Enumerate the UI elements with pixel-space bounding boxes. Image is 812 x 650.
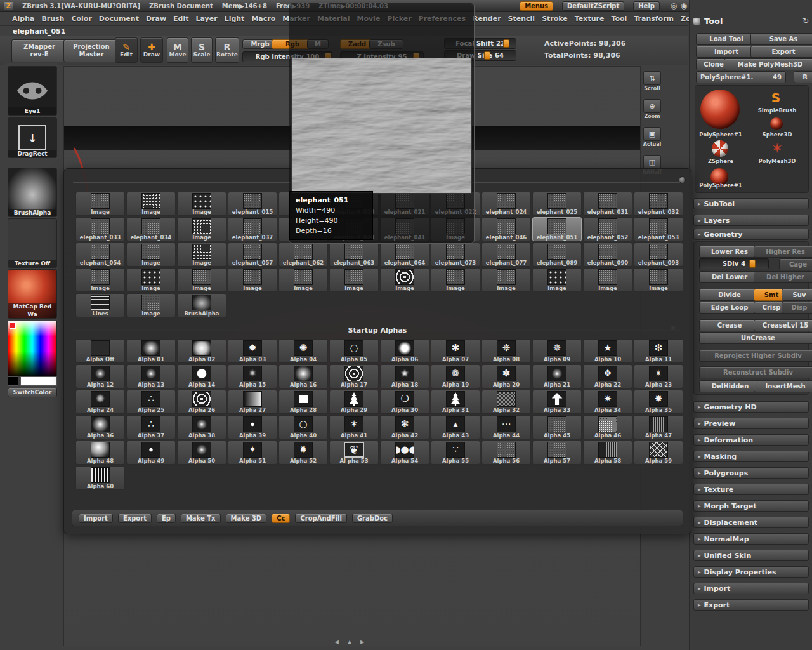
- alpha-item[interactable]: ✺ Alpha 04: [278, 339, 328, 363]
- edit-button[interactable]: ✎ Edit: [115, 37, 138, 63]
- disp-button[interactable]: Disp: [782, 302, 812, 314]
- alpha-item[interactable]: ∴ Alpha 25: [126, 390, 176, 414]
- alpha-item[interactable]: ✵ Alpha 09: [532, 339, 582, 363]
- alpha-item[interactable]: ✱ Alpha 07: [431, 339, 480, 363]
- menu-item[interactable]: Stroke: [540, 13, 570, 24]
- secondary-color-swatch[interactable]: [8, 376, 18, 386]
- subpalette-header[interactable]: Masking: [693, 451, 809, 462]
- subpalette-header[interactable]: Import: [693, 583, 809, 594]
- alpha-item[interactable]: Alpha 21: [532, 364, 582, 388]
- alpha-item[interactable]: Image: [380, 268, 429, 292]
- zmapper-button[interactable]: ZMapperrev-E: [11, 39, 67, 62]
- primary-color-swatch[interactable]: [20, 376, 57, 386]
- alpha-item[interactable]: Alpha 17: [329, 364, 379, 388]
- popup-button[interactable]: Export: [118, 514, 152, 523]
- alpha-item[interactable]: Alpha 36: [75, 415, 125, 439]
- alpha-item[interactable]: elephant_052: [583, 217, 632, 241]
- alpha-item[interactable]: ❋ Alpha 24: [75, 390, 125, 414]
- alpha-item[interactable]: Image: [431, 268, 480, 292]
- alpha-item[interactable]: elephant_073: [431, 242, 480, 267]
- alpha-item[interactable]: Image: [177, 217, 226, 241]
- alpha-item[interactable]: ❃ Alpha 42: [380, 415, 429, 439]
- popup-button[interactable]: CropAndFill: [295, 514, 346, 523]
- subpalette-header[interactable]: NormalMap: [693, 533, 809, 545]
- subpalette-header[interactable]: Unified Skin: [693, 550, 809, 561]
- alpha-item[interactable]: ∴ Alpha 37: [126, 415, 176, 439]
- alpha-item[interactable]: Alpha 59: [634, 441, 683, 465]
- alpha-item[interactable]: Alpha 33: [532, 390, 582, 414]
- alpha-item[interactable]: Alpha 31: [431, 390, 480, 414]
- alpha-item[interactable]: Alpha 39: [228, 415, 277, 439]
- subpalette-header[interactable]: Preview: [693, 418, 809, 429]
- menu-item[interactable]: Alpha: [10, 13, 36, 24]
- tool-name-field[interactable]: PolySphere#1.49: [696, 71, 786, 83]
- stroke-dragrect-preview[interactable]: ↓ DragRect: [8, 117, 57, 158]
- popup-button[interactable]: GrabDoc: [352, 514, 393, 523]
- alpha-item[interactable]: ⋯ Alpha 44: [481, 415, 531, 439]
- current-tool-preview[interactable]: Eye1: [8, 66, 57, 116]
- alpha-item[interactable]: Alpha 14: [177, 364, 226, 388]
- alpha-item[interactable]: Alpha 60: [75, 466, 125, 490]
- alpha-item[interactable]: elephant_053: [634, 217, 683, 241]
- actual-size-icon[interactable]: ▣: [643, 127, 661, 141]
- lower-res-button[interactable]: Lower Res: [699, 246, 760, 258]
- simplebrush-thumbnail[interactable]: S: [766, 90, 785, 106]
- current-texture-preview[interactable]: Texture Off: [8, 218, 57, 268]
- alpha-item[interactable]: Image: [177, 242, 226, 267]
- alpha-item[interactable]: elephant_046: [481, 217, 531, 241]
- alpha-item[interactable]: elephant_032: [634, 192, 683, 216]
- alpha-item[interactable]: elephant_090: [583, 242, 632, 267]
- menus-button[interactable]: Menus: [520, 1, 553, 11]
- alpha-item[interactable]: Image: [75, 268, 125, 292]
- load-tool-button[interactable]: Load Tool: [696, 33, 757, 45]
- current-tool-thumbnail[interactable]: [700, 90, 740, 129]
- alpha-item[interactable]: ▴ Alpha 43: [431, 415, 480, 439]
- menu-item[interactable]: Light: [223, 13, 247, 24]
- alpha-item[interactable]: elephant_093: [634, 242, 683, 267]
- alpha-item[interactable]: ★ Alpha 18: [380, 364, 429, 388]
- alpha-item[interactable]: elephant_034: [126, 217, 176, 241]
- tool-export-button[interactable]: Export: [750, 46, 812, 58]
- alpha-item[interactable]: ○ Alpha 40: [278, 415, 328, 439]
- sdiv-slider[interactable]: SDiv4: [699, 258, 769, 269]
- menu-item[interactable]: Color: [69, 13, 93, 24]
- subpalette-header[interactable]: Deformation: [693, 434, 809, 446]
- slider-handle[interactable]: [484, 51, 490, 60]
- alpha-item[interactable]: elephant_077: [481, 242, 531, 267]
- move-button[interactable]: M Move: [167, 37, 188, 63]
- alpha-item[interactable]: Image: [278, 268, 328, 292]
- alpha-item[interactable]: Alpha 06: [380, 339, 429, 363]
- alpha-item[interactable]: Image: [634, 268, 683, 292]
- reload-icon[interactable]: [802, 17, 809, 25]
- alpha-item[interactable]: elephant_037: [228, 217, 277, 241]
- subpalette-header[interactable]: Polygroups: [693, 467, 809, 479]
- alpha-item[interactable]: Image: [75, 192, 125, 216]
- alpha-item[interactable]: Alpha 12: [75, 364, 125, 388]
- alpha-item[interactable]: elephant_062: [278, 242, 328, 267]
- alpha-item[interactable]: ✷ Alpha 34: [583, 390, 632, 414]
- subpalette-header[interactable]: Display Properties: [693, 566, 809, 578]
- reproject-button[interactable]: Reproject Higher Subdiv: [699, 350, 812, 362]
- slider-handle[interactable]: [503, 39, 509, 48]
- alpha-item[interactable]: Alpha 32: [481, 390, 531, 414]
- alpha-item[interactable]: elephant_063: [329, 242, 379, 267]
- canvas-hscroll[interactable]: [308, 639, 391, 645]
- alpha-item[interactable]: elephant_089: [532, 242, 582, 267]
- menu-item[interactable]: Render: [471, 13, 503, 24]
- tool-import-button[interactable]: Import: [696, 46, 757, 58]
- zoom-icon[interactable]: ⊕: [643, 99, 661, 113]
- alpha-item[interactable]: Image: [126, 293, 176, 317]
- alpha-item[interactable]: Alpha 28: [278, 390, 328, 414]
- subpalette-header[interactable]: Displacement: [693, 517, 809, 528]
- alpha-item[interactable]: Alpha 50: [177, 441, 226, 465]
- menu-item[interactable]: Edit: [171, 13, 190, 24]
- subpalette-header[interactable]: Geometry HD: [693, 401, 809, 413]
- alpha-item[interactable]: Alpha 02: [177, 339, 226, 363]
- popup-button[interactable]: Import: [79, 514, 113, 523]
- strip-item[interactable]: ⊕ Zoom: [641, 99, 664, 119]
- uncrease-button[interactable]: UnCrease: [699, 332, 812, 344]
- alpha-item[interactable]: elephant_015: [228, 192, 277, 216]
- alpha-item[interactable]: Alpha 13: [126, 364, 176, 388]
- alpha-item[interactable]: ✶ Alpha 15: [228, 364, 277, 388]
- menu-item[interactable]: Tool: [609, 13, 629, 24]
